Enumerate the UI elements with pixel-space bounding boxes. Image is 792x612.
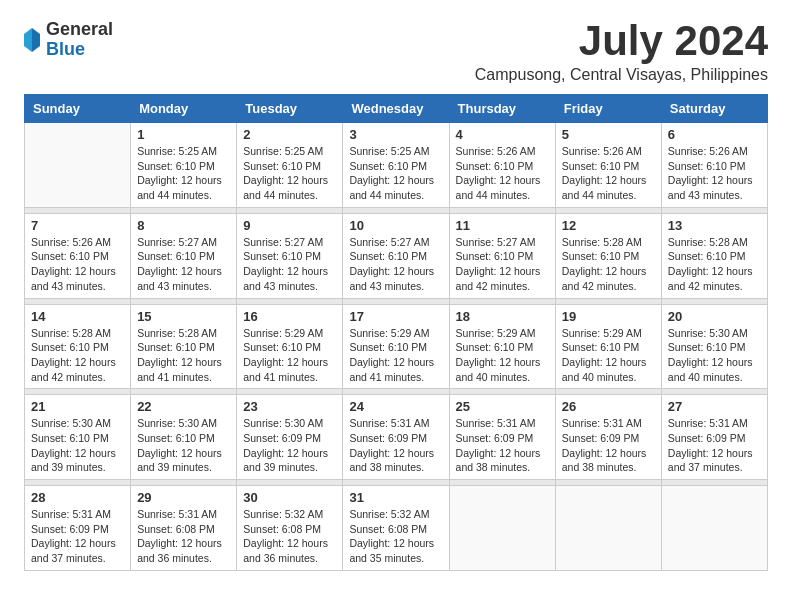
day-info: Sunrise: 5:25 AM Sunset: 6:10 PM Dayligh… [137, 144, 230, 203]
weekday-header-sunday: Sunday [25, 95, 131, 123]
day-number: 28 [31, 490, 124, 505]
day-info: Sunrise: 5:26 AM Sunset: 6:10 PM Dayligh… [456, 144, 549, 203]
day-number: 4 [456, 127, 549, 142]
day-info: Sunrise: 5:25 AM Sunset: 6:10 PM Dayligh… [349, 144, 442, 203]
calendar-cell: 6Sunrise: 5:26 AM Sunset: 6:10 PM Daylig… [661, 123, 767, 208]
day-info: Sunrise: 5:30 AM Sunset: 6:10 PM Dayligh… [668, 326, 761, 385]
day-info: Sunrise: 5:32 AM Sunset: 6:08 PM Dayligh… [349, 507, 442, 566]
day-info: Sunrise: 5:32 AM Sunset: 6:08 PM Dayligh… [243, 507, 336, 566]
day-number: 29 [137, 490, 230, 505]
calendar-cell: 25Sunrise: 5:31 AM Sunset: 6:09 PM Dayli… [449, 395, 555, 480]
day-number: 23 [243, 399, 336, 414]
day-number: 26 [562, 399, 655, 414]
day-number: 18 [456, 309, 549, 324]
day-info: Sunrise: 5:29 AM Sunset: 6:10 PM Dayligh… [243, 326, 336, 385]
calendar-table: SundayMondayTuesdayWednesdayThursdayFrid… [24, 94, 768, 571]
week-row-4: 21Sunrise: 5:30 AM Sunset: 6:10 PM Dayli… [25, 395, 768, 480]
day-info: Sunrise: 5:26 AM Sunset: 6:10 PM Dayligh… [668, 144, 761, 203]
calendar-cell: 31Sunrise: 5:32 AM Sunset: 6:08 PM Dayli… [343, 486, 449, 571]
calendar-cell: 22Sunrise: 5:30 AM Sunset: 6:10 PM Dayli… [131, 395, 237, 480]
calendar-cell: 23Sunrise: 5:30 AM Sunset: 6:09 PM Dayli… [237, 395, 343, 480]
logo-general-text: General [46, 20, 113, 40]
day-info: Sunrise: 5:29 AM Sunset: 6:10 PM Dayligh… [562, 326, 655, 385]
day-number: 11 [456, 218, 549, 233]
day-info: Sunrise: 5:28 AM Sunset: 6:10 PM Dayligh… [137, 326, 230, 385]
day-number: 21 [31, 399, 124, 414]
weekday-header-monday: Monday [131, 95, 237, 123]
day-number: 27 [668, 399, 761, 414]
week-row-5: 28Sunrise: 5:31 AM Sunset: 6:09 PM Dayli… [25, 486, 768, 571]
day-number: 9 [243, 218, 336, 233]
calendar-cell [25, 123, 131, 208]
title-section: July 2024 Campusong, Central Visayas, Ph… [475, 20, 768, 84]
day-info: Sunrise: 5:29 AM Sunset: 6:10 PM Dayligh… [456, 326, 549, 385]
calendar-cell [555, 486, 661, 571]
day-info: Sunrise: 5:27 AM Sunset: 6:10 PM Dayligh… [456, 235, 549, 294]
day-info: Sunrise: 5:28 AM Sunset: 6:10 PM Dayligh… [668, 235, 761, 294]
calendar-cell [661, 486, 767, 571]
day-info: Sunrise: 5:31 AM Sunset: 6:09 PM Dayligh… [456, 416, 549, 475]
day-number: 25 [456, 399, 549, 414]
day-info: Sunrise: 5:25 AM Sunset: 6:10 PM Dayligh… [243, 144, 336, 203]
weekday-header-tuesday: Tuesday [237, 95, 343, 123]
day-number: 14 [31, 309, 124, 324]
location-title: Campusong, Central Visayas, Philippines [475, 66, 768, 84]
weekday-header-wednesday: Wednesday [343, 95, 449, 123]
calendar-cell: 16Sunrise: 5:29 AM Sunset: 6:10 PM Dayli… [237, 304, 343, 389]
day-number: 20 [668, 309, 761, 324]
day-number: 30 [243, 490, 336, 505]
day-number: 19 [562, 309, 655, 324]
day-number: 10 [349, 218, 442, 233]
day-number: 15 [137, 309, 230, 324]
day-info: Sunrise: 5:28 AM Sunset: 6:10 PM Dayligh… [562, 235, 655, 294]
calendar-cell: 10Sunrise: 5:27 AM Sunset: 6:10 PM Dayli… [343, 213, 449, 298]
weekday-header-thursday: Thursday [449, 95, 555, 123]
day-number: 12 [562, 218, 655, 233]
calendar-cell: 14Sunrise: 5:28 AM Sunset: 6:10 PM Dayli… [25, 304, 131, 389]
day-info: Sunrise: 5:29 AM Sunset: 6:10 PM Dayligh… [349, 326, 442, 385]
day-number: 5 [562, 127, 655, 142]
day-info: Sunrise: 5:31 AM Sunset: 6:08 PM Dayligh… [137, 507, 230, 566]
calendar-cell: 26Sunrise: 5:31 AM Sunset: 6:09 PM Dayli… [555, 395, 661, 480]
calendar-cell: 19Sunrise: 5:29 AM Sunset: 6:10 PM Dayli… [555, 304, 661, 389]
weekday-header-row: SundayMondayTuesdayWednesdayThursdayFrid… [25, 95, 768, 123]
day-info: Sunrise: 5:30 AM Sunset: 6:10 PM Dayligh… [137, 416, 230, 475]
day-number: 8 [137, 218, 230, 233]
day-info: Sunrise: 5:31 AM Sunset: 6:09 PM Dayligh… [562, 416, 655, 475]
weekday-header-friday: Friday [555, 95, 661, 123]
calendar-cell: 20Sunrise: 5:30 AM Sunset: 6:10 PM Dayli… [661, 304, 767, 389]
page-header: General Blue July 2024 Campusong, Centra… [24, 20, 768, 84]
calendar-cell: 1Sunrise: 5:25 AM Sunset: 6:10 PM Daylig… [131, 123, 237, 208]
calendar-cell: 7Sunrise: 5:26 AM Sunset: 6:10 PM Daylig… [25, 213, 131, 298]
calendar-cell: 13Sunrise: 5:28 AM Sunset: 6:10 PM Dayli… [661, 213, 767, 298]
day-info: Sunrise: 5:31 AM Sunset: 6:09 PM Dayligh… [349, 416, 442, 475]
calendar-cell: 18Sunrise: 5:29 AM Sunset: 6:10 PM Dayli… [449, 304, 555, 389]
day-number: 2 [243, 127, 336, 142]
calendar-cell: 27Sunrise: 5:31 AM Sunset: 6:09 PM Dayli… [661, 395, 767, 480]
day-info: Sunrise: 5:27 AM Sunset: 6:10 PM Dayligh… [243, 235, 336, 294]
day-number: 16 [243, 309, 336, 324]
day-number: 3 [349, 127, 442, 142]
day-info: Sunrise: 5:31 AM Sunset: 6:09 PM Dayligh… [31, 507, 124, 566]
day-info: Sunrise: 5:27 AM Sunset: 6:10 PM Dayligh… [349, 235, 442, 294]
day-number: 7 [31, 218, 124, 233]
calendar-cell: 9Sunrise: 5:27 AM Sunset: 6:10 PM Daylig… [237, 213, 343, 298]
day-number: 13 [668, 218, 761, 233]
day-info: Sunrise: 5:30 AM Sunset: 6:09 PM Dayligh… [243, 416, 336, 475]
calendar-cell: 3Sunrise: 5:25 AM Sunset: 6:10 PM Daylig… [343, 123, 449, 208]
day-info: Sunrise: 5:26 AM Sunset: 6:10 PM Dayligh… [31, 235, 124, 294]
day-number: 6 [668, 127, 761, 142]
calendar-cell: 30Sunrise: 5:32 AM Sunset: 6:08 PM Dayli… [237, 486, 343, 571]
week-row-1: 1Sunrise: 5:25 AM Sunset: 6:10 PM Daylig… [25, 123, 768, 208]
calendar-cell [449, 486, 555, 571]
weekday-header-saturday: Saturday [661, 95, 767, 123]
calendar-cell: 21Sunrise: 5:30 AM Sunset: 6:10 PM Dayli… [25, 395, 131, 480]
calendar-cell: 15Sunrise: 5:28 AM Sunset: 6:10 PM Dayli… [131, 304, 237, 389]
day-number: 17 [349, 309, 442, 324]
day-info: Sunrise: 5:27 AM Sunset: 6:10 PM Dayligh… [137, 235, 230, 294]
day-info: Sunrise: 5:30 AM Sunset: 6:10 PM Dayligh… [31, 416, 124, 475]
calendar-cell: 17Sunrise: 5:29 AM Sunset: 6:10 PM Dayli… [343, 304, 449, 389]
day-number: 24 [349, 399, 442, 414]
month-title: July 2024 [475, 20, 768, 62]
week-row-3: 14Sunrise: 5:28 AM Sunset: 6:10 PM Dayli… [25, 304, 768, 389]
